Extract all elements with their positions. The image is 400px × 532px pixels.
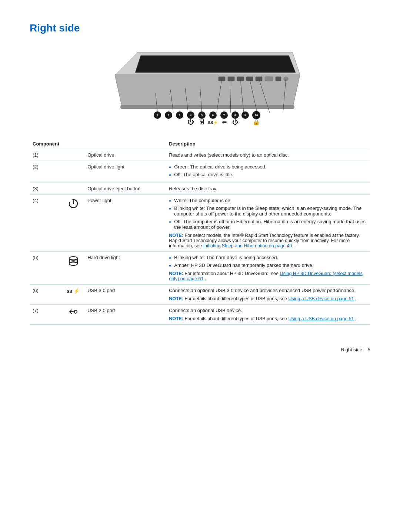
row-number: (2) (30, 161, 62, 183)
row-number: (4) (30, 195, 62, 252)
col-header-component: Component (30, 139, 62, 149)
bullet-item: Amber: HP 3D DriveGuard has temporarily … (169, 262, 367, 268)
svg-text:8: 8 (234, 114, 236, 117)
col-header-description: Description (166, 139, 370, 149)
bullet-item: Blinking white: The computer is in the S… (169, 205, 367, 217)
desc-text: Connects an optional USB 3.0 device and … (169, 288, 356, 293)
note: NOTE: For information about HP 3D DriveG… (169, 271, 367, 281)
row-icon: SS ⚡ (62, 285, 84, 305)
note-label: NOTE: (169, 296, 183, 301)
note: NOTE: For select models, the Intel® Rapi… (169, 233, 367, 248)
note-label: NOTE: (169, 271, 183, 276)
row-description: White: The computer is on.Blinking white… (166, 195, 370, 252)
table-row: (1)Optical driveReads and writes (select… (30, 149, 370, 161)
bullet-item: Off: The computer is off or in Hibernati… (169, 219, 367, 230)
footer-label: Right side 5 (341, 347, 371, 352)
desc-text: Connects an optional USB device. (169, 308, 242, 313)
table-row: (7) USB 2.0 portConnects an optional USB… (30, 305, 370, 325)
svg-rect-6 (265, 77, 273, 81)
row-description: Reads and writes (select models only) to… (166, 149, 370, 161)
row-component-name: Optical drive eject button (84, 183, 166, 195)
row-description: Releases the disc tray. (166, 183, 370, 195)
row-icon (62, 252, 84, 285)
component-table: Component Description (1)Optical driveRe… (30, 139, 370, 325)
svg-text:🔒: 🔒 (253, 118, 260, 126)
row-icon (62, 195, 84, 252)
svg-text:3: 3 (179, 114, 181, 117)
bullet-item: White: The computer is on. (169, 198, 367, 203)
row-number: (5) (30, 252, 62, 285)
svg-text:SS⚡: SS⚡ (208, 120, 219, 125)
footer: Right side 5 (30, 347, 370, 352)
page-title: Right side (30, 22, 370, 34)
row-component-name: USB 2.0 port (84, 305, 166, 325)
note-text-content: For details about different types of USB… (185, 296, 289, 301)
table-header-row: Component Description (30, 139, 370, 149)
row-description: Blinking white: The hard drive is being … (166, 252, 370, 285)
note-link[interactable]: Using a USB device on page 51 (288, 316, 354, 321)
svg-point-53 (69, 262, 77, 265)
svg-text:5: 5 (201, 114, 203, 117)
row-component-name: Hard drive light (84, 252, 166, 285)
table-row: (5) Hard drive lightBlinking white: The … (30, 252, 370, 285)
note-link[interactable]: Using a USB device on page 51 (288, 296, 354, 301)
row-component-name: Optical drive (84, 149, 166, 161)
svg-text:🗄: 🗄 (199, 119, 205, 125)
note-link[interactable]: Initiating Sleep and Hibernation on page… (203, 243, 292, 248)
note-text-content: For information about HP 3D DriveGuard, … (185, 271, 280, 276)
table-row: (6) SS ⚡ USB 3.0 portConnects an optiona… (30, 285, 370, 305)
svg-rect-7 (276, 77, 281, 81)
table-row: (4) Power lightWhite: The computer is on… (30, 195, 370, 252)
row-icon (62, 149, 84, 161)
bullet-item: Blinking white: The hard drive is being … (169, 255, 367, 260)
svg-text:1: 1 (157, 114, 159, 117)
row-description: Connects an optional USB device. NOTE: F… (166, 305, 370, 325)
desc-text: Releases the disc tray. (169, 186, 217, 191)
laptop-diagram: 1 2 3 4 5 6 7 8 9 10 (30, 45, 370, 128)
svg-text:10: 10 (255, 114, 258, 117)
note-label: NOTE: (169, 316, 183, 321)
row-description: Green: The optical drive is being access… (166, 161, 370, 183)
row-number: (1) (30, 149, 62, 161)
bullet-item: Green: The optical drive is being access… (169, 164, 367, 170)
table-row: (2)Optical drive lightGreen: The optical… (30, 161, 370, 183)
table-row: (3)Optical drive eject buttonReleases th… (30, 183, 370, 195)
svg-text:⚡: ⚡ (73, 288, 80, 294)
svg-text:⏻: ⏻ (232, 119, 238, 125)
bullet-item: Off: The optical drive is idle. (169, 172, 367, 177)
col-header-icon (62, 139, 84, 149)
svg-text:4: 4 (190, 114, 192, 117)
row-icon (62, 183, 84, 195)
row-description: Connects an optional USB 3.0 device and … (166, 285, 370, 305)
row-component-name: Optical drive light (84, 161, 166, 183)
svg-text:6: 6 (212, 114, 214, 117)
row-component-name: Power light (84, 195, 166, 252)
note-label: NOTE: (169, 233, 183, 238)
desc-text: Reads and writes (select models only) to… (169, 152, 289, 158)
svg-text:⏻: ⏻ (187, 118, 194, 126)
svg-text:⬅: ⬅ (222, 119, 227, 125)
note: NOTE: For details about different types … (169, 316, 367, 321)
svg-text:SS: SS (67, 289, 72, 294)
row-number: (6) (30, 285, 62, 305)
row-number: (7) (30, 305, 62, 325)
svg-text:9: 9 (244, 114, 246, 117)
row-component-name: USB 3.0 port (84, 285, 166, 305)
svg-text:7: 7 (223, 114, 225, 117)
note-text-content: For details about different types of USB… (185, 316, 289, 321)
svg-text:2: 2 (168, 114, 170, 117)
row-icon (62, 305, 84, 325)
row-icon (62, 161, 84, 183)
note: NOTE: For details about different types … (169, 296, 367, 301)
row-number: (3) (30, 183, 62, 195)
col-header-name (84, 139, 166, 149)
